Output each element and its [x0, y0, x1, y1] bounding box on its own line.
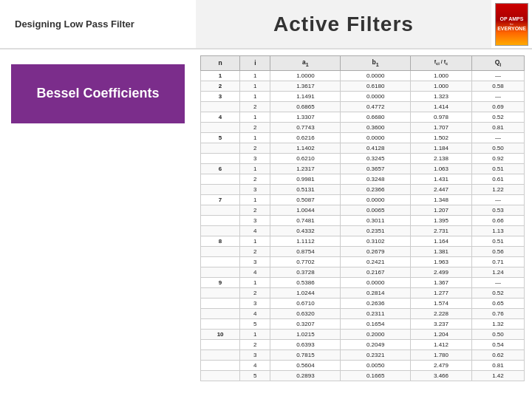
cell-q: 0.81 — [471, 360, 524, 370]
cell-i: 2 — [240, 246, 270, 256]
col-i: i — [240, 56, 270, 71]
cell-n — [201, 318, 240, 329]
cell-fc: 1.381 — [411, 246, 472, 256]
cell-i: 2 — [240, 339, 270, 349]
cell-fc: 1.780 — [411, 349, 472, 360]
cell-fc: 1.395 — [411, 215, 472, 225]
cell-a1: 1.1491 — [270, 91, 341, 101]
cell-b1: 0.2000 — [341, 329, 411, 339]
cell-q: 0.56 — [471, 246, 524, 256]
cell-i: 3 — [240, 184, 270, 194]
table-row: 40.63200.23112.2280.76 — [201, 308, 525, 318]
cell-q: 1.42 — [471, 370, 524, 381]
cell-fc: 1.367 — [411, 277, 472, 287]
cell-n — [201, 267, 240, 277]
sidebar-section-label: Bessel Coefficients — [36, 85, 159, 102]
cell-fc: 1.207 — [411, 205, 472, 215]
cell-n: 6 — [201, 163, 240, 174]
cell-a1: 1.3617 — [270, 81, 341, 91]
table-row: 20.77430.36001.7070.81 — [201, 122, 525, 132]
table-row: 20.87540.26791.3810.56 — [201, 246, 525, 256]
cell-q: 0.52 — [471, 287, 524, 298]
book-cover: OP AMPS for EVERYONE — [495, 3, 528, 46]
cell-fc: 1.000 — [411, 70, 472, 81]
cell-b1: 0.2814 — [341, 287, 411, 298]
cell-n — [201, 215, 240, 225]
cell-fc: 1.184 — [411, 143, 472, 153]
cell-q: 1.13 — [471, 225, 524, 236]
cell-n: 5 — [201, 132, 240, 143]
cell-n — [201, 287, 240, 298]
cell-q: 0.69 — [471, 101, 524, 112]
cell-fc: 1.164 — [411, 236, 472, 246]
table-row: 30.67100.26361.5740.65 — [201, 298, 525, 308]
cell-q: 0.54 — [471, 339, 524, 349]
cell-a1: 0.5604 — [270, 360, 341, 370]
cell-q: 1.32 — [471, 318, 524, 329]
table-row: 111.00000.00001.000— — [201, 70, 525, 81]
cell-i: 5 — [240, 370, 270, 381]
cell-fc: 1.707 — [411, 122, 472, 132]
cell-i: 5 — [240, 318, 270, 329]
cell-n — [201, 370, 240, 381]
table-row: 30.77020.24211.9630.71 — [201, 256, 525, 267]
main-content: Bessel Coefficients n i a1 b1 fci / fc Q… — [0, 50, 532, 399]
table-row: 21.14020.41281.1840.50 — [201, 143, 525, 153]
cell-n: 1 — [201, 70, 240, 81]
cell-i: 3 — [240, 215, 270, 225]
cell-a1: 1.1112 — [270, 236, 341, 246]
cell-i: 4 — [240, 225, 270, 236]
cell-i: 1 — [240, 329, 270, 339]
cell-fc: 1.414 — [411, 101, 472, 112]
cell-q: 0.51 — [471, 163, 524, 174]
cell-fc: 2.731 — [411, 225, 472, 236]
cell-q: 0.51 — [471, 236, 524, 246]
table-row: 30.74810.30111.3950.66 — [201, 215, 525, 225]
cell-q: 0.62 — [471, 349, 524, 360]
cell-i: 1 — [240, 91, 270, 101]
cell-a1: 0.8754 — [270, 246, 341, 256]
cell-n — [201, 205, 240, 215]
cell-n — [201, 339, 240, 349]
cell-fc: 1.348 — [411, 194, 472, 205]
cell-a1: 0.6710 — [270, 298, 341, 308]
cell-b1: 0.2366 — [341, 184, 411, 194]
cell-q: 0.61 — [471, 174, 524, 184]
header-center: Active Filters — [196, 0, 491, 50]
cell-fc: 1.963 — [411, 256, 472, 267]
cell-a1: 0.6210 — [270, 153, 341, 163]
cell-i: 2 — [240, 101, 270, 112]
cell-i: 1 — [240, 194, 270, 205]
cell-a1: 0.6865 — [270, 101, 341, 112]
cell-b1: 0.4128 — [341, 143, 411, 153]
cell-i: 4 — [240, 308, 270, 318]
cell-fc: 2.228 — [411, 308, 472, 318]
cell-a1: 1.0244 — [270, 287, 341, 298]
active-filters-title: Active Filters — [273, 13, 414, 36]
col-n: n — [201, 56, 240, 71]
cell-n: 7 — [201, 194, 240, 205]
cell-b1: 0.3102 — [341, 236, 411, 246]
cell-i: 1 — [240, 81, 270, 91]
cell-a1: 1.3307 — [270, 112, 341, 122]
cell-b1: 0.0065 — [341, 205, 411, 215]
table-row: 40.56040.00502.4790.81 — [201, 360, 525, 370]
cell-b1: 0.0050 — [341, 360, 411, 370]
cell-b1: 0.3657 — [341, 163, 411, 174]
book-title-line3: EVERYONE — [497, 26, 526, 32]
cell-b1: 0.0000 — [341, 91, 411, 101]
cell-i: 1 — [240, 277, 270, 287]
cell-q: — — [471, 91, 524, 101]
header: Designing Low Pass Filter Active Filters… — [0, 0, 532, 50]
cell-n — [201, 101, 240, 112]
cell-a1: 0.6393 — [270, 339, 341, 349]
cell-i: 1 — [240, 236, 270, 246]
cell-q: 0.52 — [471, 112, 524, 122]
cell-n — [201, 153, 240, 163]
table-container[interactable]: n i a1 b1 fci / fc Qi 111.00000.00001.00… — [196, 50, 532, 399]
cell-a1: 0.9981 — [270, 174, 341, 184]
cell-n: 3 — [201, 91, 240, 101]
sidebar-section-bessel: Bessel Coefficients — [11, 64, 185, 123]
cell-a1: 1.1402 — [270, 143, 341, 153]
header-right: OP AMPS for EVERYONE — [491, 0, 532, 50]
